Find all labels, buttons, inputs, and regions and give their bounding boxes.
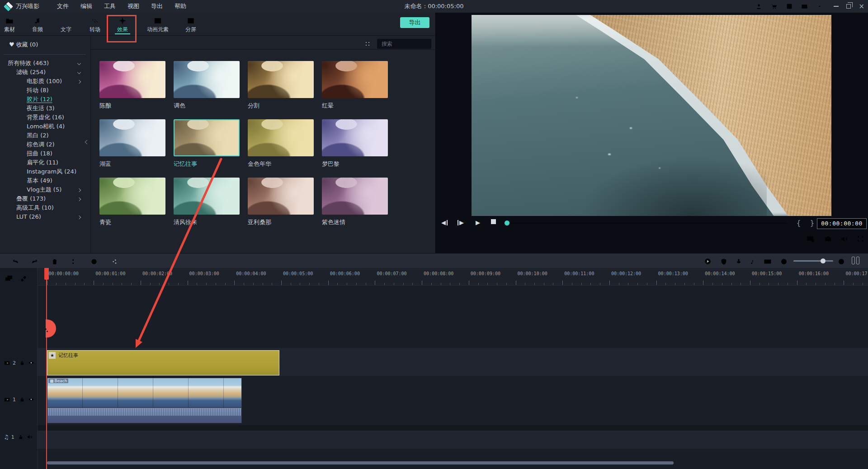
tab-audio[interactable]: 音频 (25, 13, 50, 35)
menubar-item-1[interactable]: 编辑 (80, 3, 92, 9)
sidebar-item-5[interactable]: 夜生活 (3) (0, 104, 90, 113)
track-manager-icon[interactable] (852, 257, 859, 264)
lock-icon[interactable] (19, 396, 25, 403)
timeline-zoom-slider[interactable] (793, 260, 833, 262)
speed-clock-icon[interactable] (90, 257, 98, 266)
tab-split[interactable]: 分屏 (178, 13, 203, 35)
fullscreen-icon[interactable] (856, 234, 865, 243)
playhead-line[interactable] (46, 268, 47, 469)
chevron-right-icon[interactable] (77, 197, 81, 201)
filter-card-7[interactable]: 梦巴黎 (322, 119, 388, 168)
previous-frame-button[interactable]: ◀ (441, 219, 448, 226)
filter-card-8[interactable]: 青瓷 (99, 178, 165, 226)
chevron-right-icon[interactable] (77, 80, 81, 84)
redo-icon[interactable] (30, 257, 39, 266)
filter-card-1[interactable]: 调色 (174, 61, 240, 110)
filter-card-2[interactable]: 分割 (248, 61, 314, 110)
account-icon[interactable] (755, 3, 763, 10)
snapshot-camera-icon[interactable] (824, 234, 832, 243)
seek-handle[interactable] (505, 220, 509, 225)
render-preview-icon[interactable] (703, 257, 712, 266)
sidebar-item-14[interactable]: Vlog主题 (5) (0, 185, 90, 194)
filter-card-5[interactable]: 记忆往事 (174, 119, 240, 168)
save-icon[interactable] (786, 3, 793, 10)
filter-card-11[interactable]: 紫色迷情 (322, 178, 388, 226)
lock-icon[interactable] (18, 434, 24, 440)
sidebar-item-6[interactable]: 背景虚化 (16) (0, 113, 90, 122)
zoom-out-icon[interactable] (780, 257, 788, 266)
eye-icon[interactable] (28, 359, 35, 366)
sidebar-item-3[interactable]: 抖动 (8) (0, 86, 90, 95)
grid-view-icon[interactable] (364, 41, 371, 47)
filter-card-9[interactable]: 清风徐来 (174, 178, 240, 226)
timeline-scrollbar[interactable] (47, 461, 674, 464)
restore-button[interactable] (846, 4, 851, 9)
sidebar-item-16[interactable]: 高级工具 (10) (0, 203, 90, 212)
menubar-item-5[interactable]: 帮助 (175, 3, 186, 9)
sidebar-item-17[interactable]: LUT (26) (0, 212, 90, 221)
sidebar-item-13[interactable]: 基本 (49) (0, 176, 90, 185)
download-icon[interactable] (816, 3, 823, 10)
sidebar-item-1[interactable]: 滤镜 (254) (0, 68, 90, 77)
sidebar-favorites[interactable]: ♥收藏 (0) (9, 41, 38, 49)
search-input[interactable] (377, 41, 435, 47)
add-track-icon[interactable] (4, 274, 14, 283)
volume-icon[interactable] (840, 234, 849, 244)
sidebar-item-9[interactable]: 棕色调 (2) (0, 140, 90, 149)
track-band-audio1[interactable] (0, 431, 868, 449)
sidebar-item-0[interactable]: 所有特效 (463) (0, 59, 90, 68)
tab-text[interactable]: 文字 (53, 13, 79, 35)
display-settings-icon[interactable] (806, 234, 816, 244)
menubar-item-2[interactable]: 工具 (104, 3, 116, 9)
audio-mixer-icon[interactable] (746, 257, 755, 266)
mark-in-out-buttons[interactable]: { } (797, 219, 817, 227)
seek-track[interactable] (508, 223, 788, 224)
menubar-item-3[interactable]: 视图 (127, 3, 139, 9)
filter-card-6[interactable]: 金色年华 (248, 119, 314, 168)
sidebar-item-8[interactable]: 黑白 (2) (0, 131, 90, 140)
record-mic-icon[interactable] (735, 257, 743, 266)
sidebar-item-10[interactable]: 扭曲 (18) (0, 149, 90, 158)
delete-trash-icon[interactable] (51, 257, 59, 266)
mask-shield-icon[interactable] (720, 257, 728, 266)
timeline-ruler[interactable]: 00:00:00:0000:00:01:0000:00:02:0000:00:0… (38, 268, 868, 286)
filter-card-10[interactable]: 亚利桑那 (248, 178, 314, 226)
close-button[interactable]: × (859, 3, 864, 10)
sidebar-item-11[interactable]: 扁平化 (11) (0, 158, 90, 167)
eye-icon[interactable] (28, 396, 35, 403)
split-scissors-icon[interactable] (71, 257, 79, 266)
store-cart-icon[interactable] (770, 3, 778, 10)
timeline-clip-filter[interactable]: ★ 记忆往事 (47, 350, 279, 375)
minimize-button[interactable] (834, 6, 839, 7)
tab-folder[interactable]: 素材 (0, 13, 22, 35)
sidebar-item-15[interactable]: 叠覆 (173) (0, 194, 90, 203)
tab-transition[interactable]: 转场 (82, 13, 108, 35)
zoom-fit-icon[interactable] (763, 257, 772, 266)
filter-card-4[interactable]: 湖蓝 (99, 119, 165, 168)
sidebar-item-4[interactable]: 胶片 (12) (0, 95, 90, 104)
chevron-down-icon[interactable] (77, 61, 81, 65)
chevron-right-icon[interactable] (77, 188, 81, 192)
filter-card-0[interactable]: 陈酿 (99, 61, 165, 110)
chevron-down-icon[interactable] (77, 70, 81, 74)
adjust-sliders-icon[interactable] (110, 257, 118, 266)
chevron-right-icon[interactable] (77, 216, 81, 219)
tab-elements[interactable]: 动画元素 (145, 13, 170, 35)
undo-icon[interactable] (11, 257, 20, 266)
sidebar-item-7[interactable]: Lomo相机 (4) (0, 122, 90, 131)
timeline-clip-beach[interactable]: ▦Beach (47, 378, 242, 423)
feedback-mail-icon[interactable] (801, 3, 808, 10)
export-button[interactable]: 导出 (400, 17, 429, 28)
zoom-slider-handle[interactable] (821, 258, 826, 263)
zoom-in-icon[interactable] (837, 257, 845, 266)
next-frame-button[interactable]: ▶ (458, 219, 464, 226)
stop-button[interactable] (491, 219, 496, 224)
menubar-item-4[interactable]: 导出 (151, 3, 163, 9)
sidebar-item-2[interactable]: 电影质 (100) (0, 77, 90, 86)
menubar-item-0[interactable]: 文件 (57, 3, 69, 9)
lock-icon[interactable] (19, 360, 25, 366)
play-button[interactable]: ▶ (476, 219, 480, 226)
link-icon[interactable] (19, 274, 28, 283)
mute-speaker-icon[interactable] (26, 433, 33, 441)
filter-card-3[interactable]: 红晕 (322, 61, 388, 110)
